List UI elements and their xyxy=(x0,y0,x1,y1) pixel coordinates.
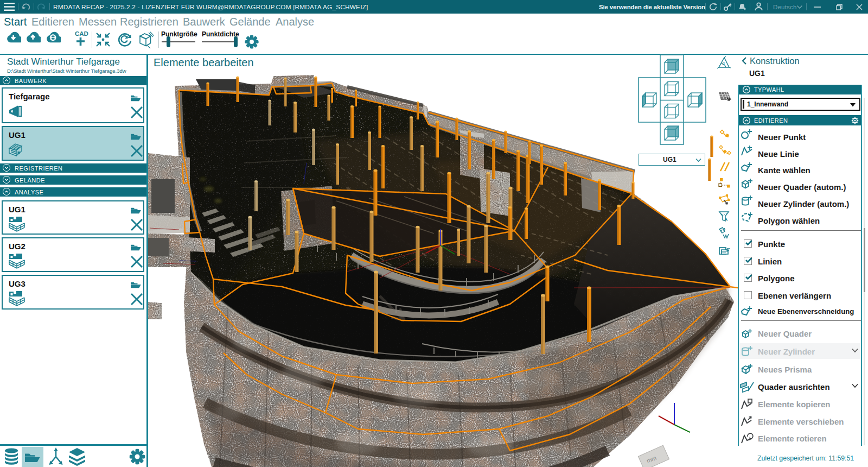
svg-text:α: α xyxy=(722,61,725,66)
svg-text:A: A xyxy=(724,217,727,222)
svg-text:CAD: CAD xyxy=(75,30,88,37)
